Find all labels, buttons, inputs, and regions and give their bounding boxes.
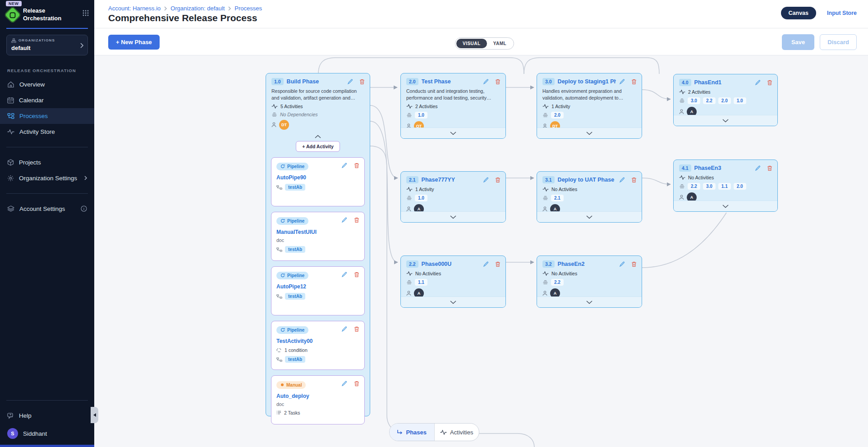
discard-button[interactable]: Discard xyxy=(820,34,857,50)
edit-activity-icon[interactable] xyxy=(341,272,347,278)
sidebar-item-organization-settings[interactable]: Organization Settings xyxy=(0,170,94,186)
owner-avatar[interactable]: DT xyxy=(279,120,289,130)
activity-card-testactivity00[interactable]: Pipeline TestActivity00 1 condition test… xyxy=(271,321,365,370)
add-activity-button[interactable]: + Add Activity xyxy=(296,141,340,152)
activity-card-autopipe12[interactable]: Pipeline AutoPipe12 testAb xyxy=(271,266,365,315)
edit-phase-icon[interactable] xyxy=(483,79,489,85)
brand-underline xyxy=(6,28,88,29)
edit-activity-icon[interactable] xyxy=(341,326,347,332)
phase-card-phase000u[interactable]: 2.2 Phase000U No Activities 1.1 A xyxy=(400,255,506,308)
save-button[interactable]: Save xyxy=(782,34,814,50)
activity-card-auto-deploy[interactable]: Manual Auto_deploy doc 2 Tasks xyxy=(271,375,365,424)
sidebar-item-account-settings[interactable]: Account Settings xyxy=(0,201,94,217)
phase-name[interactable]: Build Phase xyxy=(287,78,344,85)
visual-toggle-option[interactable]: VISUAL xyxy=(456,39,487,48)
delete-activity-icon[interactable] xyxy=(354,272,359,278)
input-store-link[interactable]: Input Store xyxy=(827,10,857,16)
phase-card-phaseen3[interactable]: 4.1 PhaseEn3 No Activities 2.23.01.12.0 … xyxy=(673,160,778,212)
edit-phase-icon[interactable] xyxy=(483,177,489,183)
activity-type-chip: Pipeline xyxy=(276,217,308,225)
breadcrumb-account[interactable]: Account: Harness.io xyxy=(108,5,161,12)
phase-name[interactable]: Deploy to UAT Phase xyxy=(558,177,616,183)
expand-phase-chevron[interactable] xyxy=(537,211,642,222)
phase-name[interactable]: PhaseEn3 xyxy=(694,165,752,171)
dependencies-icon xyxy=(542,280,548,285)
dependency-chip: 2.0 xyxy=(734,183,746,190)
activity-name[interactable]: TestActivity00 xyxy=(276,338,359,344)
expand-phase-chevron[interactable] xyxy=(674,201,777,211)
edit-phase-icon[interactable] xyxy=(483,261,489,267)
collapse-activities-chevron[interactable] xyxy=(266,131,370,140)
activity-card-autopipe90[interactable]: Pipeline AutoPipe90 testAb xyxy=(271,157,365,206)
delete-phase-icon[interactable] xyxy=(495,261,501,267)
delete-phase-icon[interactable] xyxy=(631,79,637,85)
delete-phase-icon[interactable] xyxy=(767,80,772,86)
delete-activity-icon[interactable] xyxy=(354,217,359,223)
phase-card-build[interactable]: 1.0 Build Phase Responsible for source c… xyxy=(266,73,370,416)
canvas-view-button[interactable]: Canvas xyxy=(781,7,816,19)
app-grid-icon[interactable] xyxy=(83,10,89,16)
sidebar-item-projects[interactable]: Projects xyxy=(0,155,94,170)
phase-card-phaseen2[interactable]: 3.2 PhaseEn2 No Activities 2.2 A xyxy=(537,255,642,308)
process-canvas[interactable]: 1.0 Build Phase Responsible for source c… xyxy=(94,56,868,447)
sidebar-item-overview[interactable]: Overview xyxy=(0,77,94,92)
phase-name[interactable]: PhaseEn2 xyxy=(558,261,616,267)
activity-name[interactable]: Auto_deploy xyxy=(276,393,359,399)
edit-phase-icon[interactable] xyxy=(619,79,625,85)
activity-name[interactable]: AutoPipe12 xyxy=(276,283,359,290)
phase-name[interactable]: PhasEnd1 xyxy=(694,79,752,86)
delete-phase-icon[interactable] xyxy=(495,79,501,85)
delete-activity-icon[interactable] xyxy=(354,163,359,169)
breadcrumb-processes[interactable]: Processes xyxy=(234,5,262,12)
expand-phase-chevron[interactable] xyxy=(401,211,505,222)
sidebar-item-activity-store[interactable]: Activity Store xyxy=(0,124,94,140)
chevron-right-icon xyxy=(164,6,167,11)
dependency-chip: 2.2 xyxy=(551,279,564,286)
phase-card-staging[interactable]: 3.0 Deploy to Staging1 Phase Handles env… xyxy=(537,73,642,139)
organization-selector[interactable]: ORGANIZATIONS default xyxy=(6,35,88,55)
edit-phase-icon[interactable] xyxy=(755,80,761,86)
sidebar-item-processes[interactable]: Processes xyxy=(0,108,94,124)
delete-phase-icon[interactable] xyxy=(495,177,501,183)
phase-card-phasend1[interactable]: 4.0 PhasEnd1 2 Activities 3.02.22.01.0 A xyxy=(673,74,778,126)
activity-name[interactable]: ManualTestUIUI xyxy=(276,229,359,235)
edit-phase-icon[interactable] xyxy=(347,79,353,85)
phase-name[interactable]: Phase000U xyxy=(422,261,480,267)
phase-name[interactable]: Phase777YY xyxy=(422,177,480,183)
activity-card-manualtestuiui[interactable]: Pipeline ManualTestUIUI doc testAb xyxy=(271,212,365,261)
delete-phase-icon[interactable] xyxy=(631,177,637,183)
tab-phases[interactable]: Phases xyxy=(390,424,435,441)
edit-phase-icon[interactable] xyxy=(619,261,625,267)
info-icon[interactable] xyxy=(81,205,87,212)
activity-name[interactable]: AutoPipe90 xyxy=(276,174,359,181)
sidebar-item-calendar[interactable]: Calendar xyxy=(0,92,94,108)
phase-card-uat[interactable]: 3.1 Deploy to UAT Phase No Activities 2.… xyxy=(537,171,642,223)
delete-phase-icon[interactable] xyxy=(359,79,365,85)
expand-phase-chevron[interactable] xyxy=(537,128,642,138)
delete-activity-icon[interactable] xyxy=(354,326,359,332)
pipeline-refresh-icon xyxy=(280,328,285,332)
tab-activities[interactable]: Activities xyxy=(435,424,479,441)
expand-phase-chevron[interactable] xyxy=(537,296,642,307)
edit-activity-icon[interactable] xyxy=(341,217,347,223)
expand-phase-chevron[interactable] xyxy=(401,128,505,138)
sidebar-collapse-handle[interactable] xyxy=(91,407,98,423)
phase-name[interactable]: Test Phase xyxy=(422,78,480,85)
breadcrumb-organization[interactable]: Organization: default xyxy=(170,5,225,12)
expand-phase-chevron[interactable] xyxy=(674,115,777,126)
phase-name[interactable]: Deploy to Staging1 Phase xyxy=(558,78,616,85)
new-phase-button[interactable]: + New Phase xyxy=(108,35,160,50)
edit-phase-icon[interactable] xyxy=(619,177,625,183)
delete-activity-icon[interactable] xyxy=(354,381,359,387)
edit-activity-icon[interactable] xyxy=(341,381,347,387)
delete-phase-icon[interactable] xyxy=(767,165,772,171)
yaml-toggle-option[interactable]: YAML xyxy=(487,39,513,48)
edit-activity-icon[interactable] xyxy=(341,163,347,169)
expand-phase-chevron[interactable] xyxy=(401,296,505,307)
delete-phase-icon[interactable] xyxy=(631,261,637,267)
help-button[interactable]: Help xyxy=(0,408,94,424)
edit-phase-icon[interactable] xyxy=(755,165,761,171)
phase-card-test[interactable]: 2.0 Test Phase Conducts unit and integra… xyxy=(400,73,506,139)
user-menu[interactable]: S Siddhant xyxy=(0,424,94,443)
phase-card-phase777yy[interactable]: 2.1 Phase777YY 1 Activity 1.0 A xyxy=(400,171,506,223)
